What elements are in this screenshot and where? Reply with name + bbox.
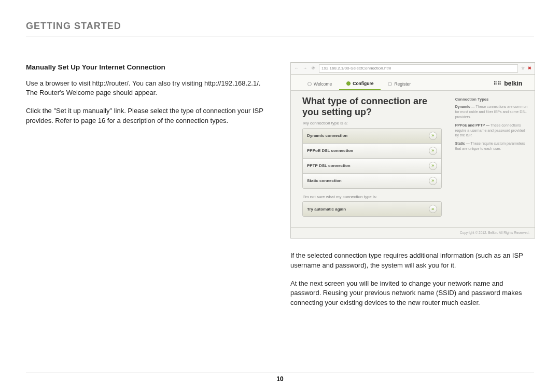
chevron-right-icon: » [429, 177, 437, 185]
body-text: If the selected connection type requires… [290, 251, 534, 271]
sidebar-item: Dynamic — These connections are common f… [455, 104, 528, 119]
option-try-automatic: Try automatic again» [303, 202, 441, 216]
back-icon: ← [294, 66, 299, 71]
sidebar-title: Connection Types [455, 97, 528, 103]
sidebar-item: PPPoE and PPTP — These connections requi… [455, 123, 528, 138]
option-static: Static connection» [303, 174, 441, 188]
brand-logo: ⠿⠿ belkin [494, 79, 525, 88]
browser-toolbar: ← → ⟳ 192.168.2.1/00-SelectConnection.ht… [291, 63, 535, 75]
chevron-right-icon: » [429, 147, 437, 155]
star-icon: ☆ [521, 65, 525, 72]
group-label: I'm not sure what my connection type is: [303, 194, 442, 200]
right-column: ← → ⟳ 192.168.2.1/00-SelectConnection.ht… [290, 62, 534, 316]
embedded-screenshot: ← → ⟳ 192.168.2.1/00-SelectConnection.ht… [290, 62, 535, 239]
tab-configure: Configure [339, 78, 381, 90]
auto-option: Try automatic again» [302, 201, 442, 217]
section-title: GETTING STARTED [26, 21, 121, 31]
left-column: Manually Set Up Your Internet Connection… [26, 62, 270, 316]
sidebar-help: Connection Types Dynamic — These connect… [449, 91, 535, 228]
option-pptp: PPTP DSL connection» [303, 159, 441, 174]
connection-options: Dynamic connection» PPPoE DSL connection… [302, 128, 442, 189]
chevron-right-icon: » [429, 205, 437, 213]
stop-icon: ✖ [528, 65, 531, 72]
page-heading: What type of connection are you setting … [302, 96, 442, 117]
url-bar: 192.168.2.1/00-SelectConnection.htm [319, 64, 518, 73]
page-number: 10 [0, 375, 560, 383]
reload-icon: ⟳ [311, 66, 316, 71]
tab-register: Register [381, 78, 418, 90]
option-dynamic: Dynamic connection» [303, 129, 441, 144]
app-footer: Copyright © 2012. Belkin. All Rights Res… [291, 227, 535, 237]
wizard-tabs: Welcome Configure Register ⠿⠿ belkin [291, 75, 535, 91]
subsection-heading: Manually Set Up Your Internet Connection [26, 62, 270, 73]
bottom-rule [26, 372, 534, 372]
body-text: Use a browser to visit http://router/. Y… [26, 79, 270, 99]
body-text: Click the "Set it up manually" link. Ple… [26, 106, 270, 126]
group-label: My connection type is a: [303, 120, 442, 127]
tab-welcome: Welcome [300, 78, 339, 90]
sidebar-item: Static — These require custom parameters… [455, 141, 528, 151]
chevron-right-icon: » [429, 132, 437, 140]
brand-dots-icon: ⠿⠿ [494, 80, 502, 87]
body-text: At the next screen you will be invited t… [290, 279, 534, 309]
forward-icon: → [302, 66, 307, 71]
option-pppoe: PPPoE DSL connection» [303, 144, 441, 159]
chevron-right-icon: » [429, 162, 437, 170]
